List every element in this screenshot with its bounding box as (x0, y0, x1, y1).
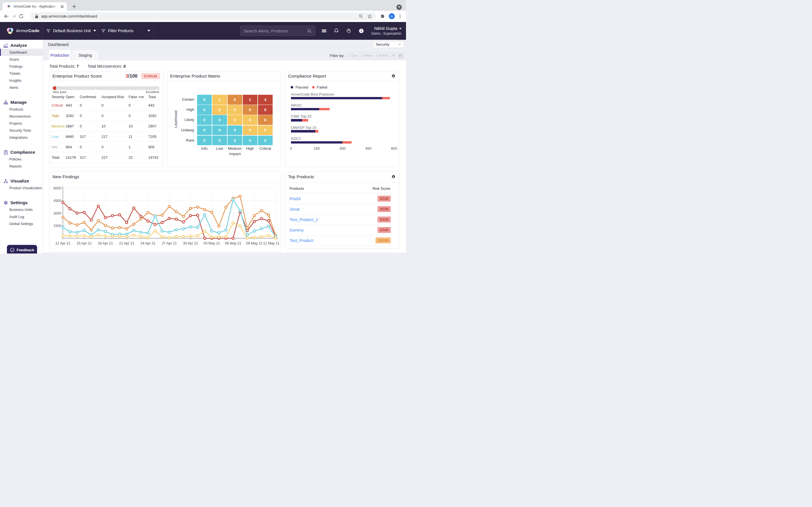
matrix-cell-high-critical[interactable]: 0 (258, 105, 273, 115)
matrix-cell-rare-info[interactable]: 0 (197, 135, 212, 146)
browser-tab[interactable]: ArmorCode Inc - Application Se (3, 2, 67, 11)
sidebar-item-policies[interactable]: Policies (0, 156, 43, 163)
matrix-cell-rare-high[interactable]: 0 (243, 135, 258, 146)
tab-staging[interactable]: Staging (72, 50, 98, 60)
tab-search-button[interactable] (396, 4, 402, 10)
matrix-cell-unlikely-info[interactable]: 0 (197, 125, 212, 135)
sidebar-item-products[interactable]: Products (0, 106, 43, 113)
sidebar-item-global-settings[interactable]: Global Settings (0, 220, 43, 227)
global-search[interactable] (240, 26, 315, 36)
sidebar-header-manage[interactable]: Manage (0, 99, 43, 106)
matrix-cell-unlikely-critical[interactable]: 0 (258, 125, 273, 135)
matrix-cell-certain-medium[interactable]: 0 (228, 95, 242, 105)
url-bar[interactable]: app.armorcode.com/#/dashboard (31, 12, 376, 20)
sidebar-item-scans[interactable]: Scans (0, 56, 43, 63)
reload-button[interactable] (18, 13, 24, 20)
compliance-bar-soc2[interactable] (291, 141, 352, 144)
matrix-cell-certain-info[interactable]: 0 (197, 95, 212, 105)
matrix-cell-certain-critical[interactable]: 4 (258, 95, 273, 105)
date-filter-1-month[interactable]: 1 Month (374, 53, 390, 58)
compliance-bar-owasp-top-10[interactable] (291, 130, 318, 132)
user-menu[interactable]: Nikhil Gupta Demo : Superadmin (371, 26, 402, 36)
sidebar-item-alerts[interactable]: Alerts (0, 84, 43, 91)
feedback-button[interactable]: Feedback (7, 245, 37, 254)
sidebar-item-microservices[interactable]: Microservices (0, 113, 43, 120)
sidebar-item-tickets[interactable]: Tickets (0, 70, 43, 77)
sidebar-item-reports[interactable]: Reports (0, 163, 43, 170)
sidebar-item-business-units[interactable]: Business Units (0, 206, 43, 213)
sidebar-item-insights[interactable]: Insights (0, 77, 43, 84)
date-filter-all[interactable]: All (390, 53, 397, 58)
matrix-cell-likely-info[interactable]: 0 (197, 115, 212, 125)
notifications-bell-icon[interactable] (330, 28, 343, 34)
sidebar-header-settings[interactable]: Settings (0, 200, 43, 206)
product-link-jonat[interactable]: Jonat (290, 207, 299, 212)
date-filter-1-day[interactable]: 1 Day (347, 53, 359, 58)
sidebar-item-findings[interactable]: Findings (0, 63, 43, 70)
sidebar-header-compliance[interactable]: Compliance (0, 149, 43, 156)
tickets-icon[interactable] (318, 28, 330, 34)
extensions-icon[interactable] (379, 13, 386, 20)
sidebar-section-manage: ManageProductsMicroservicesProjectsSecur… (0, 99, 43, 141)
matrix-cell-high-low[interactable]: 0 (212, 105, 227, 115)
card-title: Enterprise Product Matrix (170, 73, 220, 79)
matrix-cell-high-info[interactable]: 0 (197, 105, 212, 115)
sidebar-header-analyze[interactable]: Analyze (0, 42, 43, 49)
svg-text:30 Apr 21: 30 Apr 21 (183, 241, 198, 245)
bookmark-star-icon[interactable] (366, 13, 373, 20)
sidebar-header-label: Settings (10, 200, 27, 205)
total-microservices-value: 8 (123, 64, 126, 68)
sidebar-item-product-visualization[interactable]: Product Visualization (0, 184, 43, 191)
product-link-test_product[interactable]: Test_Product (290, 238, 313, 243)
card-settings-gear-icon[interactable] (391, 74, 396, 79)
product-link-test_product_2[interactable]: Test_Product_2 (290, 217, 318, 222)
sidebar-item-projects[interactable]: Projects (0, 120, 43, 127)
score-cell: 10 (128, 124, 148, 128)
back-button[interactable] (3, 13, 10, 20)
search-input[interactable] (244, 29, 307, 33)
score-progress-fill (53, 86, 56, 90)
tab-production[interactable]: Production (49, 50, 71, 60)
matrix-cell-rare-low[interactable]: 0 (212, 135, 227, 146)
matrix-cell-likely-high[interactable]: 0 (243, 115, 258, 125)
browser-menu-icon[interactable] (397, 13, 403, 20)
compliance-bar-armorcode-best-practices[interactable] (291, 97, 390, 100)
product-link-dummy[interactable]: Dummy (290, 228, 304, 232)
new-tab-button[interactable] (71, 3, 77, 10)
context-select[interactable]: Security (373, 41, 404, 48)
score-cell: 905 (148, 145, 163, 149)
matrix-cell-likely-medium[interactable]: 0 (228, 115, 242, 125)
knowledge-base-icon[interactable] (343, 28, 355, 34)
zoom-icon[interactable] (357, 13, 364, 20)
matrix-cell-rare-medium[interactable]: 0 (228, 135, 242, 146)
filter-products-dropdown[interactable]: Filter Products (98, 22, 154, 40)
matrix-cell-certain-low[interactable]: 1 (212, 95, 227, 105)
matrix-cell-unlikely-high[interactable]: 0 (243, 125, 258, 135)
tab-close-icon[interactable] (60, 4, 65, 9)
matrix-cell-certain-high[interactable]: 1 (243, 95, 258, 105)
business-unit-dropdown[interactable]: Default Business Unit (43, 22, 98, 40)
product-link-prodx[interactable]: ProdX (290, 196, 301, 201)
date-filter-1-week[interactable]: 1 Week (359, 53, 374, 58)
matrix-cell-high-high[interactable]: 0 (243, 105, 258, 115)
compliance-bar-cwe-top-25[interactable] (291, 119, 308, 121)
matrix-cell-unlikely-medium[interactable]: 0 (228, 125, 242, 135)
sidebar-item-dashboard[interactable]: Dashboard (0, 49, 43, 56)
matrix-cell-unlikely-low[interactable]: 0 (212, 125, 227, 135)
card-settings-gear-icon[interactable] (391, 175, 396, 179)
sidebar-item-security-tools[interactable]: Security Tools (0, 127, 43, 134)
forward-button[interactable] (10, 13, 17, 20)
armorcode-logo[interactable]: ArmorCode (0, 22, 43, 40)
sidebar-header-visualize[interactable]: Visualize (0, 178, 43, 184)
sidebar-item-audit-log[interactable]: Audit Log (0, 213, 43, 220)
matrix-cell-high-medium[interactable]: 0 (228, 105, 242, 115)
matrix-cell-likely-critical[interactable]: 0 (258, 115, 273, 125)
info-icon[interactable] (355, 28, 367, 34)
compliance-bar-wasc[interactable] (291, 108, 330, 111)
sidebar-item-integrations[interactable]: Integrations (0, 134, 43, 141)
calendar-icon[interactable] (397, 53, 404, 58)
score-row-high: High32820003282 (49, 111, 163, 121)
matrix-cell-likely-low[interactable]: 0 (212, 115, 227, 125)
browser-avatar[interactable]: N (388, 13, 395, 20)
matrix-cell-rare-critical[interactable]: 0 (258, 135, 273, 146)
